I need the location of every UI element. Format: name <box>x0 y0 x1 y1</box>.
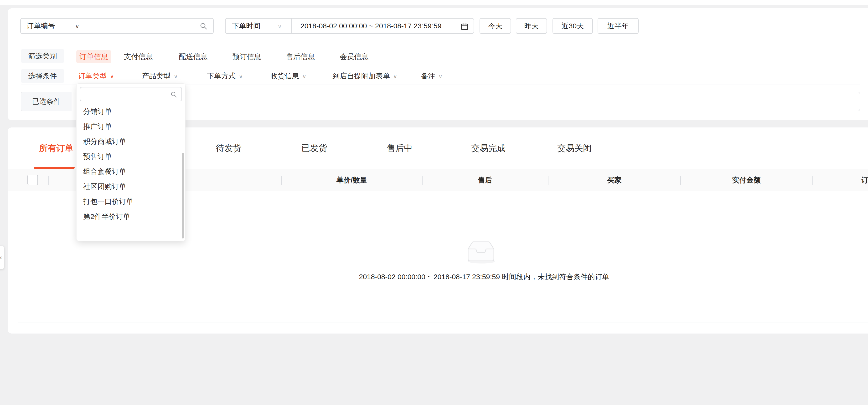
quick-range-button[interactable]: 近30天 <box>553 18 593 34</box>
column-header: 售后 <box>478 173 492 188</box>
double-chevron-left-icon: « <box>0 254 2 261</box>
order-type-option[interactable]: 分销订单 <box>83 104 112 119</box>
quick-range-button[interactable]: 近半年 <box>597 18 639 34</box>
order-tab[interactable]: 所有订单 <box>39 142 73 154</box>
empty-message: 2018-08-02 00:00:00 ~ 2018-08-17 23:59:5… <box>359 272 609 282</box>
chevron-down-icon: ∨ <box>278 19 282 34</box>
dropdown-search-wrap <box>80 87 182 101</box>
search-icon <box>200 23 208 30</box>
column-header: 实付金额 <box>732 173 761 188</box>
quick-range-button[interactable]: 昨天 <box>516 18 547 34</box>
column-header: 买家 <box>607 173 621 188</box>
order-type-option[interactable]: 预售订单 <box>83 149 112 164</box>
condition-trigger[interactable]: 订单类型∧ <box>78 69 114 83</box>
condition-trigger[interactable]: 产品类型∨ <box>142 69 178 83</box>
order-type-option[interactable]: 积分商城订单 <box>83 134 126 149</box>
search-type-label: 订单编号 <box>27 22 55 30</box>
chevron-down-icon: ∨ <box>174 74 178 79</box>
table-bottom-divider <box>18 323 868 323</box>
sidebar-collapse-handle[interactable]: « <box>0 246 4 269</box>
chevron-down-icon: ∨ <box>438 74 442 79</box>
time-type-label: 下单时间 <box>232 22 260 30</box>
order-type-option[interactable]: 打包一口价订单 <box>83 194 133 209</box>
selected-row-label: 已选条件 <box>21 92 71 111</box>
order-tab[interactable]: 交易完成 <box>471 142 505 154</box>
column-divider <box>281 176 282 185</box>
chevron-down-icon: ∨ <box>393 74 397 79</box>
condition-trigger[interactable]: 备注∨ <box>421 69 442 83</box>
category-tab[interactable]: 会员信息 <box>340 50 368 63</box>
order-type-option[interactable]: 组合套餐订单 <box>83 164 126 179</box>
column-divider <box>422 176 423 185</box>
order-type-dropdown-panel: 分销订单推广订单积分商城订单预售订单组合套餐订单社区团购订单打包一口价订单第2件… <box>76 83 186 241</box>
top-strip <box>0 0 868 5</box>
active-tab-underline <box>34 167 75 169</box>
search-input-wrap <box>84 18 214 34</box>
condition-trigger[interactable]: 到店自提附加表单∨ <box>333 69 397 83</box>
category-row-label: 筛选类别 <box>21 49 64 63</box>
category-tab[interactable]: 预订信息 <box>232 50 261 63</box>
date-range-value: 2018-08-02 00:00:00 ~ 2018-08-17 23:59:5… <box>301 22 441 30</box>
chevron-down-icon: ∨ <box>75 19 80 34</box>
row-divider <box>21 65 860 65</box>
time-type-select[interactable]: 下单时间 ∨ <box>225 18 292 34</box>
select-all-checkbox[interactable] <box>27 175 38 185</box>
condition-label: 订单类型 <box>78 72 107 80</box>
condition-label: 到店自提附加表单 <box>333 72 390 80</box>
dropdown-search-input[interactable] <box>80 88 182 101</box>
condition-row-label: 选择条件 <box>21 69 64 83</box>
chevron-down-icon: ∨ <box>302 74 306 79</box>
search-input[interactable] <box>84 19 213 33</box>
order-tab[interactable]: 售后中 <box>387 142 412 154</box>
column-divider <box>548 176 549 185</box>
quick-range-button[interactable]: 今天 <box>479 18 511 34</box>
condition-label: 下单方式 <box>207 72 236 80</box>
date-range-picker[interactable]: 2018-08-02 00:00:00 ~ 2018-08-17 23:59:5… <box>291 18 474 34</box>
search-icon <box>170 91 177 98</box>
order-tab[interactable]: 已发货 <box>302 142 327 154</box>
chevron-down-icon: ∨ <box>239 74 243 79</box>
order-type-option[interactable]: 社区团购订单 <box>83 179 126 194</box>
column-divider <box>49 176 49 185</box>
category-tab[interactable]: 售后信息 <box>286 50 315 63</box>
dropdown-scrollbar[interactable] <box>182 153 184 238</box>
column-divider <box>812 176 813 185</box>
condition-label: 备注 <box>421 72 435 80</box>
condition-label: 收货信息 <box>271 72 299 80</box>
calendar-icon <box>461 23 468 30</box>
search-type-select[interactable]: 订单编号 ∨ <box>20 18 84 34</box>
condition-trigger[interactable]: 下单方式∨ <box>207 69 243 83</box>
condition-trigger[interactable]: 收货信息∨ <box>271 69 306 83</box>
chevron-up-icon: ∧ <box>110 74 114 79</box>
order-type-option[interactable]: 第2件半价订单 <box>83 209 130 224</box>
category-tab[interactable]: 配送信息 <box>179 50 208 63</box>
category-tab[interactable]: 订单信息 <box>76 50 111 63</box>
category-tab[interactable]: 支付信息 <box>124 50 153 63</box>
column-header: 单价/数量 <box>337 173 367 188</box>
empty-inbox-icon <box>467 240 496 264</box>
order-type-option[interactable]: 推广订单 <box>83 119 112 134</box>
order-tab[interactable]: 待发货 <box>216 142 242 154</box>
order-tab[interactable]: 交易关闭 <box>557 142 592 154</box>
column-divider <box>680 176 681 185</box>
condition-label: 产品类型 <box>142 72 170 80</box>
column-header: 订 <box>861 173 868 188</box>
